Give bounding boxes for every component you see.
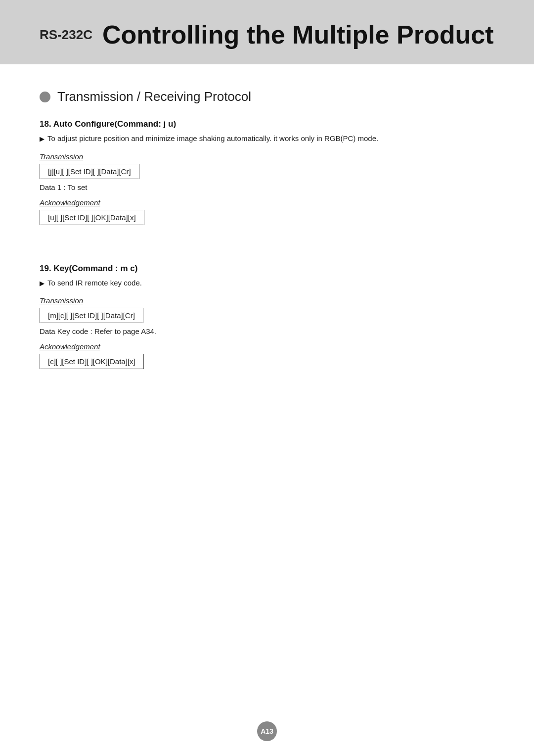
command-19-section: 19. Key(Command : m c) ▶ To send IR remo… — [40, 264, 494, 374]
arrow-bullet-icon: ▶ — [40, 134, 44, 144]
command-19-title: 19. Key(Command : m c) — [40, 264, 494, 274]
arrow-bullet-icon-19: ▶ — [40, 279, 44, 288]
command-18-desc-text: To adjust picture position and minimize … — [47, 133, 378, 144]
header-rs-label: RS-232C — [40, 27, 92, 43]
section-heading: Transmission / Receiving Protocol — [40, 89, 494, 104]
data-note-19: Data Key code : Refer to page A34. — [40, 327, 494, 335]
ack-code-18: [u][ ][Set ID][ ][OK][Data][x] — [40, 210, 144, 225]
command-18-section: 18. Auto Configure(Command: j u) ▶ To ad… — [40, 119, 494, 229]
ack-label-18: Acknowledgement — [40, 198, 494, 207]
transmission-code-19: [m][c][ ][Set ID][ ][Data][Cr] — [40, 308, 143, 323]
data-note-18: Data 1 : To set — [40, 183, 494, 191]
header-title: Controlling the Multiple Product — [102, 20, 493, 49]
circle-bullet-icon — [40, 92, 50, 102]
section-divider — [40, 249, 494, 264]
ack-code-19: [c][ ][Set ID][ ][OK][Data][x] — [40, 354, 144, 369]
command-18-title: 18. Auto Configure(Command: j u) — [40, 119, 494, 129]
page-number: A13 — [257, 721, 277, 741]
transmission-code-18: [j][u][ ][Set ID][ ][Data][Cr] — [40, 164, 139, 179]
transmission-label-18: Transmission — [40, 152, 494, 161]
command-18-desc: ▶ To adjust picture position and minimiz… — [40, 133, 494, 144]
command-19-desc: ▶ To send IR remote key code. — [40, 278, 494, 289]
transmission-label-19: Transmission — [40, 296, 494, 305]
header-section: RS-232C Controlling the Multiple Product — [0, 0, 534, 64]
content-area: Transmission / Receiving Protocol 18. Au… — [0, 64, 534, 423]
page-wrapper: RS-232C Controlling the Multiple Product… — [0, 0, 534, 756]
command-19-desc-text: To send IR remote key code. — [47, 278, 142, 289]
section-heading-text: Transmission / Receiving Protocol — [57, 89, 251, 104]
ack-label-19: Acknowledgement — [40, 342, 494, 351]
